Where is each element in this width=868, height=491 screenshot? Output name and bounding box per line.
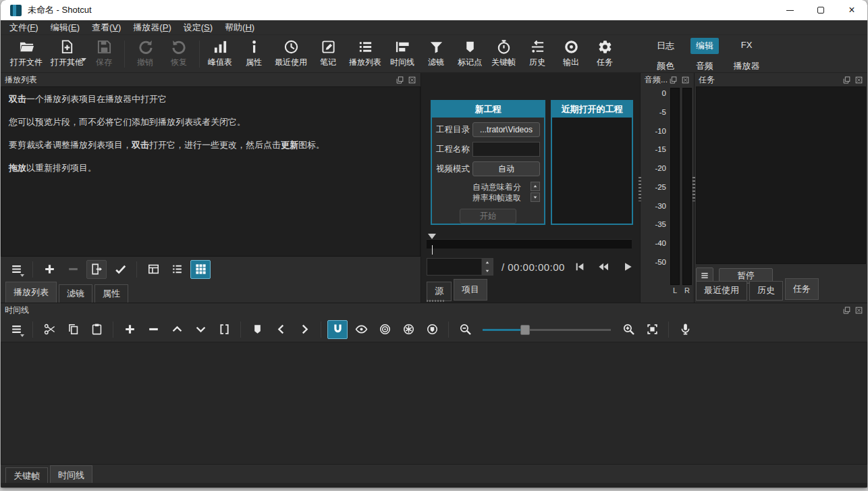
tab-filters[interactable]: 滤镜 [59, 284, 92, 304]
timecode-spinbox[interactable] [427, 258, 493, 276]
menu-help[interactable]: 帮助(H) [219, 20, 261, 35]
playlist-view-tiles-button[interactable] [167, 260, 187, 279]
menu-player[interactable]: 播放器(P) [127, 20, 177, 35]
seek-bar[interactable] [427, 234, 632, 249]
toolbar-keyframes-button[interactable]: 关键帧 [487, 37, 520, 71]
toolbar-properties-button[interactable]: 属性 [237, 37, 271, 71]
project-name-input[interactable] [472, 142, 540, 157]
timecode-down-button[interactable] [482, 267, 493, 275]
playlist-add-all-button[interactable] [110, 260, 130, 279]
maximize-button[interactable] [805, 0, 836, 20]
menu-settings[interactable]: 设定(S) [178, 20, 219, 35]
tab-jobs[interactable]: 任务 [785, 278, 819, 300]
timeline-split-button[interactable] [214, 320, 234, 339]
timeline-ripple-button[interactable] [375, 320, 395, 339]
toolbar-markers-button[interactable]: 标记点 [453, 37, 487, 71]
float-panel-icon[interactable] [669, 76, 678, 84]
timeline-record-audio-button[interactable] [675, 320, 695, 339]
splitter-handle[interactable] [693, 177, 695, 201]
jobs-list[interactable] [696, 86, 866, 264]
timeline-marker-button[interactable] [247, 320, 267, 339]
toolbar-open-other-button[interactable]: 打开其他 [47, 37, 87, 71]
toolbar-undo-button[interactable]: 撤销 [128, 37, 162, 71]
rewind-button[interactable] [595, 259, 614, 274]
timeline-zoom-fit-button[interactable] [642, 320, 662, 339]
toolbar-save-button[interactable]: 保存 [87, 37, 121, 71]
float-panel-icon[interactable] [842, 76, 851, 84]
menu-view[interactable]: 查看(V) [86, 20, 127, 35]
timeline-zoom-slider[interactable] [483, 320, 611, 339]
playlist-view-details-button[interactable] [143, 260, 163, 279]
seek-track[interactable] [427, 239, 632, 249]
splitter-handle[interactable] [639, 177, 641, 201]
layout-editing-button[interactable]: 编辑 [690, 38, 719, 54]
timeline-tracks-area[interactable] [1, 342, 867, 465]
close-button[interactable]: × [836, 0, 867, 20]
layout-player-button[interactable]: 播放器 [728, 58, 765, 74]
toolbar-peak-meter-button[interactable]: 峰值表 [203, 37, 237, 71]
close-panel-icon[interactable] [855, 306, 863, 315]
tab-history[interactable]: 历史 [749, 281, 783, 301]
timeline-paste-button[interactable] [86, 320, 107, 339]
timeline-snap-button[interactable] [327, 320, 348, 339]
close-panel-icon[interactable] [681, 76, 690, 84]
tab-source[interactable]: 源 [427, 282, 452, 301]
menu-file[interactable]: 文件(F) [3, 20, 45, 35]
float-panel-icon[interactable] [396, 76, 404, 84]
playlist-view-icons-button[interactable] [190, 260, 211, 279]
toolbar-history-button[interactable]: 历史 [520, 37, 554, 71]
minimize-button[interactable] [774, 0, 805, 20]
timeline-ripple-delete-button[interactable] [143, 320, 163, 339]
close-panel-icon[interactable] [855, 76, 863, 84]
note-scroll-down-button[interactable] [531, 192, 540, 202]
menu-edit[interactable]: 编辑(E) [45, 20, 86, 35]
playhead-marker-icon[interactable] [428, 234, 436, 239]
playlist-append-button[interactable] [39, 260, 59, 279]
timeline-ripple-all-tracks-button[interactable] [398, 320, 418, 339]
timeline-zoom-out-button[interactable] [455, 320, 475, 339]
project-folder-button[interactable]: ...trator\Videos [472, 122, 540, 137]
timeline-prev-marker-button[interactable] [271, 320, 291, 339]
db-scale: 0-5 -10-15 -20-25 -30-35 -40-50 [641, 89, 666, 266]
timecode-up-button[interactable] [482, 259, 493, 267]
toolbar-filters-button[interactable]: 滤镜 [419, 37, 453, 71]
layout-logging-button[interactable]: 日志 [651, 38, 680, 54]
video-mode-button[interactable]: 自动 [472, 161, 540, 176]
timeline-copy-button[interactable] [63, 320, 83, 339]
playlist-remove-button[interactable] [63, 260, 83, 279]
layout-color-button[interactable]: 颜色 [651, 58, 680, 74]
toolbar-export-button[interactable]: 输出 [554, 37, 588, 71]
playlist-update-button[interactable] [86, 260, 107, 279]
playlist-menu-button[interactable] [6, 260, 26, 279]
close-panel-icon[interactable] [408, 76, 416, 84]
note-scroll-up-button[interactable] [531, 182, 540, 191]
layout-audio-button[interactable]: 音频 [690, 58, 719, 74]
toolbar-playlist-button[interactable]: 播放列表 [345, 37, 385, 71]
toolbar-jobs-button[interactable]: 任务 [588, 37, 622, 71]
splitter-handle[interactable] [427, 300, 444, 302]
timeline-next-marker-button[interactable] [294, 320, 315, 339]
timeline-cut-button[interactable] [39, 320, 59, 339]
skip-to-start-button[interactable] [570, 259, 589, 274]
toolbar-notes-button[interactable]: 笔记 [311, 37, 345, 71]
tab-playlist[interactable]: 播放列表 [5, 282, 57, 303]
timeline-menu-button[interactable] [6, 320, 26, 339]
start-button[interactable]: 开始 [460, 209, 516, 224]
timeline-append-button[interactable] [119, 320, 140, 339]
float-panel-icon[interactable] [842, 306, 851, 315]
timeline-ripple-markers-button[interactable] [422, 320, 442, 339]
toolbar-recent-button[interactable]: 最近使用 [271, 37, 311, 71]
play-button[interactable] [618, 259, 637, 274]
tab-properties[interactable]: 属性 [94, 284, 128, 304]
layout-fx-button[interactable]: FX [736, 38, 758, 54]
toolbar-open-file-button[interactable]: 打开文件 [6, 37, 47, 71]
timeline-lift-button[interactable] [167, 320, 187, 339]
timeline-overwrite-button[interactable] [190, 320, 211, 339]
timeline-scrub-button[interactable] [351, 320, 371, 339]
tab-recent[interactable]: 最近使用 [696, 281, 747, 301]
slider-thumb[interactable] [520, 325, 530, 335]
toolbar-timeline-button[interactable]: 时间线 [385, 37, 419, 71]
toolbar-redo-button[interactable]: 恢复 [162, 37, 196, 71]
tab-project[interactable]: 项目 [454, 279, 487, 301]
timeline-zoom-in-button[interactable] [618, 320, 639, 339]
